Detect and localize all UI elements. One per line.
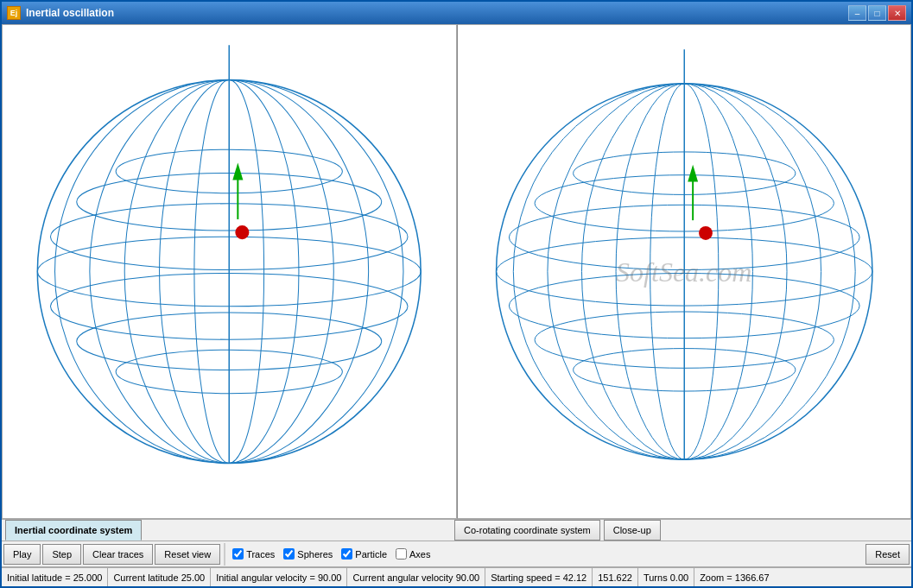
spheres-checkbox[interactable] <box>283 548 295 560</box>
inertial-coord-button[interactable]: Inertial coordinate system <box>5 520 142 541</box>
spheres-label[interactable]: Spheres <box>297 549 333 560</box>
value-151-cell: 151.622 <box>593 568 638 586</box>
step-button[interactable]: Step <box>42 544 81 565</box>
window-controls: – □ ✕ <box>848 5 906 21</box>
label-bar: Inertial coordinate system Co-rotating c… <box>2 520 911 541</box>
closeup-button[interactable]: Close-up <box>604 520 661 541</box>
bottom-area: Inertial coordinate system Co-rotating c… <box>2 519 911 586</box>
controls-bar: Play Step Clear traces Reset view Traces… <box>2 541 911 567</box>
right-sphere-panel: SoftSea.com <box>457 24 912 519</box>
app-window: Ej Inertial oscillation – □ ✕ <box>0 0 913 588</box>
left-label-area: Inertial coordinate system <box>2 520 451 541</box>
separator-1 <box>224 543 225 566</box>
axes-checkbox-group: Axes <box>396 548 430 560</box>
close-button[interactable]: ✕ <box>888 5 906 21</box>
axes-label[interactable]: Axes <box>409 549 430 560</box>
minimize-button[interactable]: – <box>848 5 866 21</box>
svg-point-35 <box>699 226 713 240</box>
window-title: Inertial oscillation <box>26 7 843 19</box>
main-content: SoftSea.com <box>2 24 911 519</box>
traces-label[interactable]: Traces <box>246 549 275 560</box>
initial-angular-velocity-cell: Initial angular velocity = 90.00 <box>211 568 347 586</box>
initial-latitude-cell: Initial latitude = 25.000 <box>2 568 108 586</box>
starting-speed-cell: Starting speed = 42.12 <box>485 568 593 586</box>
left-sphere-svg <box>3 25 456 518</box>
traces-checkbox[interactable] <box>232 548 244 560</box>
traces-checkbox-group: Traces <box>232 548 275 560</box>
title-bar: Ej Inertial oscillation – □ ✕ <box>2 2 911 24</box>
particle-checkbox[interactable] <box>341 548 352 560</box>
clear-traces-button[interactable]: Clear traces <box>83 544 153 565</box>
status-bar: Initial latitude = 25.000 Current latitu… <box>2 567 911 586</box>
left-sphere-panel <box>2 24 457 519</box>
current-latitude-cell: Current latitude 25.00 <box>108 568 211 586</box>
zoom-cell: Zoom = 1366.67 <box>694 568 774 586</box>
particle-checkbox-group: Particle <box>341 548 387 560</box>
spheres-checkbox-group: Spheres <box>283 548 333 560</box>
reset-view-button[interactable]: Reset view <box>155 544 220 565</box>
restore-button[interactable]: □ <box>868 5 886 21</box>
reset-button[interactable]: Reset <box>865 544 910 565</box>
particle-label[interactable]: Particle <box>355 549 387 560</box>
app-icon: Ej <box>7 6 21 20</box>
turns-cell: Turns 0.00 <box>638 568 694 586</box>
right-label-area: Co-rotating coordinate system Close-up <box>451 520 911 541</box>
svg-point-17 <box>235 225 249 239</box>
play-button[interactable]: Play <box>3 544 41 565</box>
axes-checkbox[interactable] <box>396 548 407 560</box>
current-angular-velocity-cell: Current angular velocity 90.00 <box>347 568 485 586</box>
right-sphere-svg <box>458 25 911 518</box>
corotating-coord-button[interactable]: Co-rotating coordinate system <box>454 520 600 541</box>
